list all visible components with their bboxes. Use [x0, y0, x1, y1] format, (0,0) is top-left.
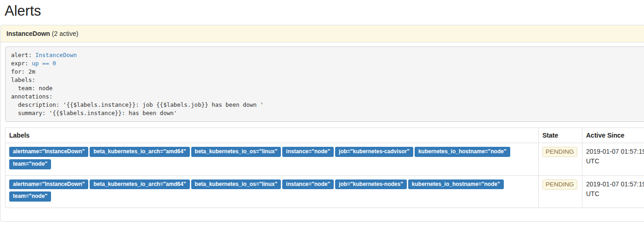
rule-expr-link[interactable]: up == 0: [32, 60, 56, 67]
alert-panel: InstanceDown (2 active) alert: InstanceD…: [0, 25, 644, 222]
active-since-timezone: UTC: [586, 189, 644, 199]
labels-cell: alertname="InstanceDown"beta_kubernetes_…: [6, 143, 539, 176]
state-badge: PENDING: [542, 179, 577, 190]
rule-line-alert: alert: InstanceDown: [11, 51, 644, 59]
rule-line-summary: summary: '{{$labels.instance}}: has been…: [11, 109, 644, 117]
alert-name: InstanceDown: [6, 30, 50, 37]
column-header-state: State: [539, 128, 582, 143]
rule-definition: alert: InstanceDown expr: up == 0 for: 2…: [5, 46, 644, 122]
column-header-active-since: Active Since: [582, 128, 644, 143]
rule-line-labels: labels:: [11, 76, 644, 84]
label-badge: beta_kubernetes_io_arch="amd64": [90, 147, 189, 157]
active-alerts-table: Labels State Active Since alertname="Ins…: [5, 127, 644, 208]
alert-panel-header[interactable]: InstanceDown (2 active): [1, 25, 644, 42]
alerts-page: Alerts InstanceDown (2 active) alert: In…: [0, 0, 644, 243]
active-since-timestamp: 2019-01-07 01:57:19.582: [586, 179, 644, 189]
rule-line-expr: expr: up == 0: [11, 59, 644, 68]
rule-line-annotations: annotations:: [11, 93, 644, 101]
state-cell: PENDING: [539, 175, 582, 208]
label-badge: job="kubernetes-cadvisor": [335, 147, 413, 157]
rule-line-description: description: '{{$labels.instance}}: job …: [11, 101, 644, 109]
label-badge: team="node": [9, 159, 51, 169]
table-header-row: Labels State Active Since: [6, 128, 644, 143]
label-badge: beta_kubernetes_io_os="linux": [191, 179, 281, 190]
state-badge: PENDING: [542, 147, 577, 157]
label-badge: beta_kubernetes_io_arch="amd64": [90, 179, 189, 190]
labels-cell: alertname="InstanceDown"beta_kubernetes_…: [6, 175, 539, 208]
label-badge: beta_kubernetes_io_os="linux": [191, 147, 281, 157]
rule-alert-key: alert:: [11, 52, 35, 58]
rule-line-team: team: node: [11, 84, 644, 93]
rule-line-for: for: 2m: [11, 68, 644, 76]
alert-row: alertname="InstanceDown"beta_kubernetes_…: [6, 175, 644, 208]
rule-expr-key: expr:: [11, 60, 32, 67]
label-badge: job="kubernetes-nodes": [335, 179, 407, 190]
label-badge: kubernetes_io_hostname="node": [415, 147, 510, 157]
label-badge: instance="node": [282, 147, 334, 157]
active-since-cell: 2019-01-07 01:57:19.582 UTC: [582, 143, 644, 176]
alert-row: alertname="InstanceDown"beta_kubernetes_…: [6, 143, 644, 176]
page-title: Alerts: [0, 0, 644, 25]
label-badge: kubernetes_io_hostname="node": [408, 179, 504, 190]
alert-active-count: (2 active): [52, 30, 79, 37]
rule-alert-link[interactable]: InstanceDown: [35, 52, 77, 58]
alert-panel-body: alert: InstanceDown expr: up == 0 for: 2…: [1, 42, 644, 221]
column-header-labels: Labels: [6, 128, 539, 143]
active-since-timezone: UTC: [586, 156, 644, 166]
active-since-timestamp: 2019-01-07 01:57:19.582: [586, 147, 644, 156]
state-cell: PENDING: [539, 143, 582, 176]
label-badge: alertname="InstanceDown": [9, 179, 88, 190]
label-badge: instance="node": [282, 179, 334, 190]
label-badge: alertname="InstanceDown": [9, 147, 88, 157]
active-since-cell: 2019-01-07 01:57:19.582 UTC: [582, 175, 644, 208]
label-badge: team="node": [9, 191, 51, 202]
